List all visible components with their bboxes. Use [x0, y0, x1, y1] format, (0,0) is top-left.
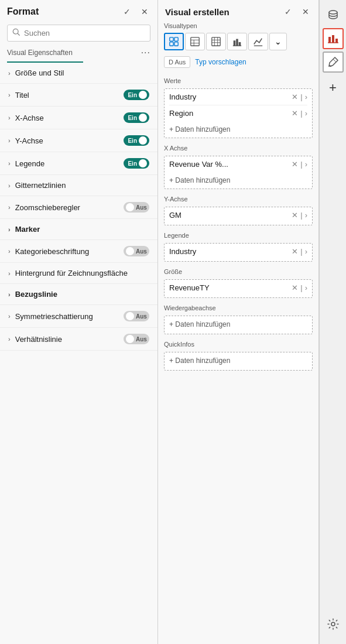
d-aus-badge[interactable]: D Aus	[164, 56, 190, 68]
format-item-yachse-toggle[interactable]: Ein	[124, 135, 149, 146]
vtype-scatter-btn[interactable]	[164, 33, 184, 50]
chevron-right-icon: ›	[8, 335, 11, 342]
wiedergabe-add-btn[interactable]: + Daten hinzufügen	[165, 316, 312, 333]
toggle-circle	[139, 114, 147, 122]
add-btn[interactable]: +	[323, 77, 344, 98]
field-arrow-icon[interactable]: ›	[305, 211, 307, 220]
field-chip-actions: ✕ | ›	[292, 283, 307, 292]
wiedergabe-drop-zone[interactable]: + Daten hinzufügen	[164, 316, 313, 334]
format-item-yachse[interactable]: › Y-Achse Ein	[0, 129, 157, 152]
right-sidebar: +	[319, 0, 346, 644]
svg-rect-16	[236, 39, 238, 46]
section-more-btn[interactable]: ···	[141, 47, 150, 58]
yachse-drop-zone[interactable]: GM ✕ | ›	[164, 207, 313, 225]
field-chip-actions: ✕ | ›	[292, 160, 307, 169]
section-quickinfos-label: QuickInfos	[158, 336, 318, 350]
bar-chart-icon-btn[interactable]	[323, 28, 344, 49]
search-box[interactable]	[7, 25, 150, 42]
toggle-circle	[139, 91, 147, 99]
field-x-icon[interactable]: ✕	[292, 93, 298, 101]
format-item-verhaltnis-toggle[interactable]: Aus	[124, 334, 149, 344]
format-collapse-icon[interactable]: ✓	[121, 6, 133, 18]
field-x-icon[interactable]: ✕	[292, 109, 298, 118]
vtype-matrix-btn[interactable]	[206, 33, 226, 50]
toggle-label: Aus	[136, 313, 147, 320]
svg-rect-3	[174, 37, 178, 41]
section-werte-label: Werte	[158, 73, 318, 87]
svg-rect-15	[234, 40, 236, 46]
format-item-verhaltnis[interactable]: › Verhältnislinie Aus	[0, 328, 157, 351]
section-quickinfos: QuickInfos + Daten hinzufügen	[158, 336, 318, 372]
groesse-drop-zone[interactable]: RevenueTY ✕ | ›	[164, 279, 313, 298]
chevron-right-icon: ›	[8, 226, 11, 233]
field-arrow-icon[interactable]: ›	[305, 247, 307, 256]
format-item-legende-toggle[interactable]: Ein	[124, 158, 149, 169]
toggle-circle	[126, 203, 134, 211]
vtype-table-btn[interactable]	[185, 33, 205, 50]
xachse-add-btn[interactable]: + Daten hinzufügen	[165, 172, 312, 189]
section-yachse-label: Y-Achse	[158, 191, 318, 205]
chevron-right-icon: ›	[8, 160, 11, 167]
toggle-label: Ein	[128, 160, 137, 167]
settings-icon-btn[interactable]	[323, 614, 344, 635]
vtype-more-btn[interactable]: ⌄	[269, 33, 287, 50]
field-pipe: |	[300, 283, 302, 292]
database-icon-btn[interactable]	[323, 5, 344, 26]
werte-drop-zone[interactable]: Industry ✕ | › Region ✕ | › + Daten hinz…	[164, 88, 313, 138]
format-item-gitternetzlinien[interactable]: › Gitternetzlinien	[0, 175, 157, 196]
format-item-zoom-toggle[interactable]: Aus	[124, 202, 149, 213]
field-chip-revenue-var: Revenue Var %... ✕ | ›	[165, 156, 312, 172]
search-input[interactable]	[24, 29, 145, 37]
format-item-symmetrie[interactable]: › Symmetrieschattierung Aus	[0, 305, 157, 328]
toggle-circle	[139, 136, 147, 145]
search-icon	[12, 28, 20, 38]
field-x-icon[interactable]: ✕	[292, 247, 298, 256]
format-item-xachse[interactable]: › X-Achse Ein	[0, 107, 157, 129]
visual-eigenschaften-label: Visual Eigenschaften	[7, 49, 73, 57]
vtype-line-btn[interactable]	[248, 33, 268, 50]
toggle-circle	[139, 159, 147, 167]
field-chip-gm: GM ✕ | ›	[165, 207, 312, 223]
field-x-icon[interactable]: ✕	[292, 283, 298, 292]
format-item-kategorie[interactable]: › Kategoriebeschriftung Aus	[0, 240, 157, 263]
format-item-bezugslinie-label: Bezugslinie	[15, 290, 57, 299]
field-arrow-icon[interactable]: ›	[305, 160, 307, 169]
section-groesse-label: Größe	[158, 263, 318, 278]
format-item-marker[interactable]: › Marker	[0, 219, 157, 240]
format-close-icon[interactable]: ✕	[139, 6, 150, 18]
format-item-legende[interactable]: › Legende Ein	[0, 152, 157, 175]
field-revenue-var-label: Revenue Var %...	[169, 160, 228, 169]
werte-add-btn[interactable]: + Daten hinzufügen	[165, 121, 312, 138]
format-item-groesse[interactable]: › Größe und Stil	[0, 63, 157, 84]
visual-collapse-icon[interactable]: ✓	[282, 6, 294, 18]
chevron-right-icon: ›	[8, 137, 11, 144]
paint-brush-icon-btn[interactable]	[323, 52, 344, 73]
field-arrow-icon[interactable]: ›	[305, 93, 307, 101]
format-item-kategorie-toggle[interactable]: Aus	[124, 246, 149, 256]
format-item-zoom[interactable]: › Zoomschieberegler Aus	[0, 196, 157, 219]
field-x-icon[interactable]: ✕	[292, 211, 298, 220]
vtype-bar-btn[interactable]	[227, 33, 247, 50]
format-item-titel[interactable]: › Titel Ein	[0, 84, 157, 107]
format-item-hintergrund[interactable]: › Hintergrund für Zeichnungsfläche	[0, 263, 157, 284]
format-item-legende-label: Legende	[15, 159, 45, 168]
quickinfos-drop-zone[interactable]: + Daten hinzufügen	[164, 352, 313, 371]
field-arrow-icon[interactable]: ›	[305, 283, 307, 292]
format-item-titel-label: Titel	[15, 91, 29, 100]
section-yachse: Y-Achse GM ✕ | ›	[158, 191, 318, 227]
visual-close-icon[interactable]: ✕	[300, 6, 311, 18]
typ-vorschlagen-btn[interactable]: Typ vorschlagen	[195, 58, 246, 66]
svg-rect-17	[239, 42, 241, 46]
svg-rect-4	[170, 42, 173, 46]
format-item-titel-toggle[interactable]: Ein	[124, 90, 149, 100]
format-item-bezugslinie[interactable]: › Bezugslinie	[0, 284, 157, 305]
field-x-icon[interactable]: ✕	[292, 160, 298, 169]
format-item-symmetrie-toggle[interactable]: Aus	[124, 311, 149, 321]
visualtypen-label: Visualtypen	[158, 22, 318, 32]
xachse-drop-zone[interactable]: Revenue Var %... ✕ | › + Daten hinzufüge…	[164, 156, 313, 189]
legende-drop-zone[interactable]: Industry ✕ | ›	[164, 243, 313, 262]
format-item-xachse-toggle[interactable]: Ein	[124, 112, 149, 123]
field-arrow-icon[interactable]: ›	[305, 109, 307, 118]
quickinfos-add-btn[interactable]: + Daten hinzufügen	[165, 352, 312, 369]
chevron-right-icon: ›	[8, 70, 11, 77]
